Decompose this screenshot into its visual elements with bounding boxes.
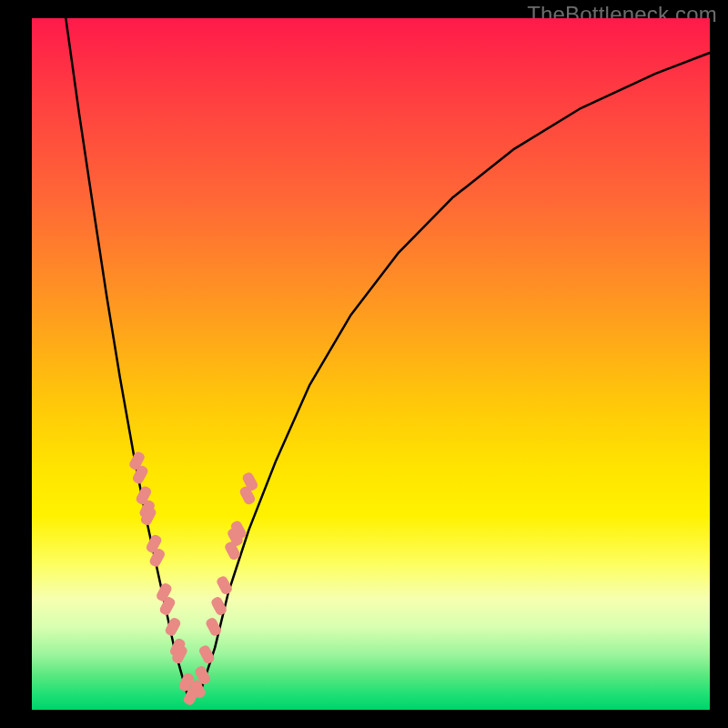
- plot-area: [32, 18, 710, 710]
- chart-svg: [32, 18, 710, 710]
- data-points-left: [128, 450, 201, 707]
- app-frame: TheBottleneck.com: [0, 0, 728, 728]
- svg-rect-9: [164, 616, 182, 637]
- data-points-right: [189, 471, 259, 700]
